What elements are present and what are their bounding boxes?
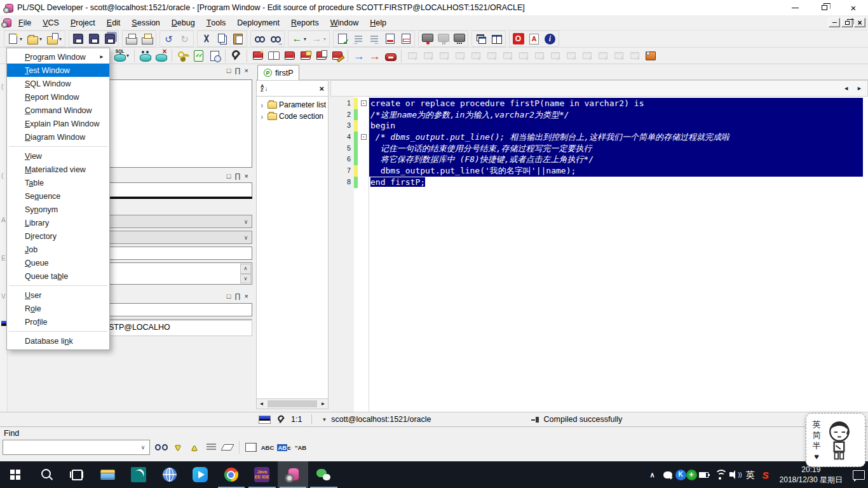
menu-item-queue-table[interactable]: Queue table	[7, 269, 109, 283]
panel-close-icon[interactable]: ×	[245, 67, 248, 74]
clear-highlight-button[interactable]	[220, 440, 235, 454]
toggle-breakpoint-button[interactable]	[499, 48, 515, 64]
find-button[interactable]	[252, 31, 268, 46]
tree-item-parameter-list[interactable]: ›Parameter list	[257, 99, 328, 111]
edit-program-button[interactable]	[329, 48, 345, 64]
menu-item-program-window[interactable]: Program Window►	[7, 50, 109, 64]
menu-session[interactable]: Session	[126, 15, 165, 30]
task-view-button[interactable]	[62, 461, 93, 488]
fold-collapse-icon[interactable]: -	[361, 100, 367, 106]
grants-button[interactable]	[175, 48, 191, 64]
menu-item-materialized-view[interactable]: Materialized view	[7, 163, 109, 176]
show-watches-button[interactable]	[563, 48, 579, 64]
pin-message-icon[interactable]	[531, 416, 539, 423]
find-next-button[interactable]: ▼	[170, 440, 186, 454]
tree-horizontal-scrollbar[interactable]: ◄ ►	[256, 398, 329, 409]
break-button[interactable]	[383, 48, 398, 64]
pause-macro-button[interactable]	[435, 31, 451, 46]
menu-item-queue[interactable]: Queue	[7, 256, 109, 269]
menu-item-table[interactable]: Table	[7, 176, 109, 189]
panel-pin-icon[interactable]: ∏	[235, 292, 241, 300]
spin-down-icon[interactable]: ∨	[240, 274, 251, 284]
ime-status-popup[interactable]: 英简半♥	[806, 413, 865, 467]
print-button[interactable]	[123, 31, 139, 46]
panel-pin-icon[interactable]: ∏	[235, 67, 241, 74]
menu-item-job[interactable]: Job	[7, 243, 109, 256]
undo-button[interactable]: ↺	[161, 31, 177, 46]
antivirus-tray-icon[interactable]: +	[686, 470, 697, 480]
preferences-status-icon[interactable]	[276, 415, 285, 424]
video-player-button[interactable]	[185, 461, 216, 488]
execute-debug-button[interactable]: →	[367, 48, 383, 64]
show-debug-info-button[interactable]	[515, 48, 531, 64]
connection-string[interactable]: scott@localhost:1521/oracle	[331, 415, 431, 424]
find-button[interactable]	[154, 440, 169, 454]
menu-item-command-window[interactable]: Command Window	[7, 104, 109, 117]
menu-item-synonym[interactable]: Synonym	[7, 203, 109, 216]
restore-button[interactable]	[810, 0, 839, 15]
menu-item-view[interactable]: View	[7, 149, 109, 163]
find-previous-button[interactable]: ▲	[187, 440, 202, 454]
save-button[interactable]	[70, 31, 86, 46]
chevron-right-icon[interactable]: ›	[261, 112, 266, 121]
open-file-button[interactable]: ▼	[25, 31, 44, 46]
menu-item-role[interactable]: Role	[7, 302, 109, 315]
unindent-button[interactable]	[366, 31, 382, 46]
menu-reports[interactable]: Reports	[285, 15, 325, 30]
search-button[interactable]	[31, 461, 62, 488]
rollback-button[interactable]: ×	[153, 48, 169, 64]
about-button[interactable]: i	[542, 31, 558, 46]
indent-button[interactable]	[350, 31, 366, 46]
oracle-home-button[interactable]: O	[510, 31, 526, 46]
java-ee-ide-button[interactable]: Java EE IDE	[247, 461, 278, 488]
save-program-button[interactable]	[281, 48, 297, 64]
menu-debug[interactable]: Debug	[166, 15, 201, 30]
preferences-button[interactable]	[228, 48, 244, 64]
tray-expand-button[interactable]: ∧	[645, 467, 660, 482]
menu-item-directory[interactable]: Directory	[7, 229, 109, 243]
start-button[interactable]	[0, 461, 31, 488]
menu-item-diagram-window[interactable]: Diagram Window	[7, 130, 109, 144]
show-events-button[interactable]	[611, 48, 627, 64]
tile-windows-button[interactable]	[489, 31, 505, 46]
forward-button[interactable]: →▼	[309, 31, 329, 46]
taskbar-clock[interactable]: 20:19 2018/12/30 星期日	[780, 464, 843, 485]
close-button[interactable]: ×	[839, 0, 868, 15]
panel-close-icon[interactable]: ×	[245, 292, 248, 300]
show-call-stack-button[interactable]	[579, 48, 595, 64]
wechat-button[interactable]	[308, 461, 339, 488]
menu-project[interactable]: Project	[65, 15, 101, 30]
save-all-button[interactable]	[102, 31, 118, 46]
tab-firstp[interactable]: P firstP	[257, 65, 299, 80]
chevron-right-icon[interactable]: ›	[261, 101, 266, 109]
step-over-button[interactable]	[452, 48, 468, 64]
session-list-button[interactable]	[137, 48, 153, 64]
start-debugger-button[interactable]	[404, 48, 420, 64]
step-out-button[interactable]	[468, 48, 484, 64]
search-in-strings-button[interactable]: "AB	[293, 440, 308, 454]
find-input[interactable]	[3, 440, 137, 454]
menu-item-library[interactable]: Library	[7, 216, 109, 229]
menu-item-user[interactable]: User	[7, 288, 109, 302]
open-object-button[interactable]: ▼	[44, 31, 64, 46]
menu-file[interactable]: File	[13, 15, 37, 30]
sort-az-icon[interactable]	[261, 85, 264, 92]
menu-help[interactable]: Help	[364, 15, 392, 30]
mdi-document-icon[interactable]	[0, 15, 13, 30]
panel-restore-icon[interactable]: □	[227, 292, 231, 300]
tab-scroll-right-icon[interactable]: ►	[857, 85, 862, 92]
scrollbar-thumb[interactable]	[268, 400, 317, 407]
back-button[interactable]: ←▼	[289, 31, 309, 46]
open-program-button[interactable]	[266, 48, 281, 64]
mdi-close-button[interactable]: ×	[854, 18, 865, 27]
plsql-developer-button[interactable]	[278, 461, 309, 488]
scroll-right-icon[interactable]: ►	[318, 401, 328, 407]
record-macro-button[interactable]	[419, 31, 435, 46]
save-as-button[interactable]	[86, 31, 102, 46]
browser-close-icon[interactable]: ×	[319, 84, 324, 93]
inspect-variable-button[interactable]	[531, 48, 547, 64]
new-window-button[interactable]: ▼	[5, 31, 25, 46]
print-setup-button[interactable]	[139, 31, 155, 46]
menu-item-explain-plan-window[interactable]: Explain Plan Window	[7, 117, 109, 130]
cascade-windows-button[interactable]	[473, 31, 489, 46]
